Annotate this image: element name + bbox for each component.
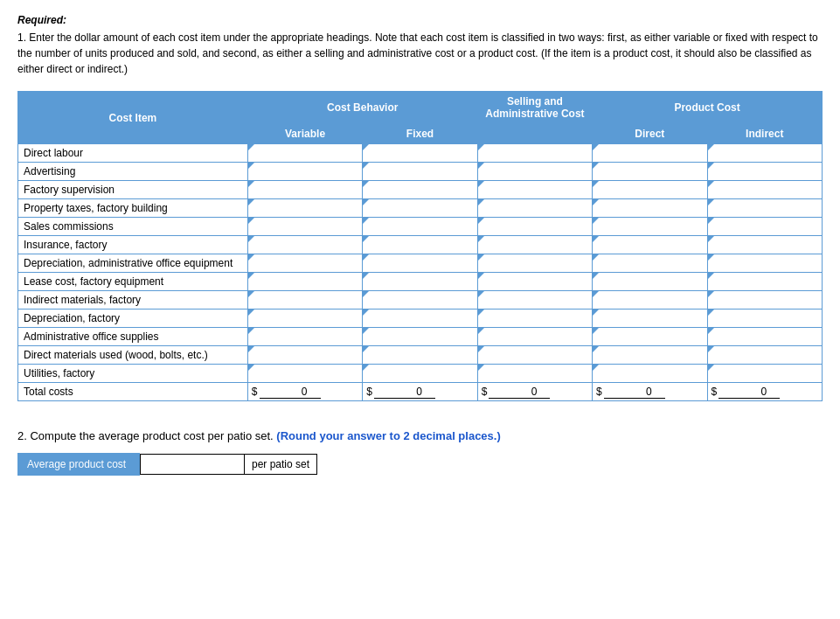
input-variable-row8[interactable] (252, 294, 358, 306)
input-fixed-row0[interactable] (366, 147, 473, 159)
input-selling-admin-row9[interactable] (482, 312, 588, 324)
input-fixed-row4[interactable] (366, 220, 473, 233)
input-selling-admin-row10[interactable] (482, 330, 588, 343)
input-variable-row0[interactable] (252, 147, 358, 159)
input-cell-selling-admin (477, 144, 592, 163)
instructions: 1. Enter the dollar amount of each cost … (17, 30, 823, 77)
input-indirect-row3[interactable] (712, 202, 818, 214)
cost-item-label: Depreciation, factory (18, 310, 248, 328)
input-fixed-row6[interactable] (366, 257, 473, 269)
input-indirect-row10[interactable] (712, 330, 818, 343)
input-indirect-row7[interactable] (712, 275, 818, 288)
input-fixed-row8[interactable] (366, 294, 473, 306)
input-direct-row12[interactable] (596, 367, 703, 379)
input-variable-row11[interactable] (252, 349, 358, 361)
total-variable-input[interactable] (260, 386, 321, 399)
input-fixed-row9[interactable] (366, 312, 473, 324)
input-direct-row4[interactable] (596, 220, 703, 233)
input-indirect-row6[interactable] (712, 257, 818, 269)
input-indirect-row8[interactable] (712, 294, 818, 306)
input-direct-row10[interactable] (596, 330, 703, 343)
total-fixed-currency: $ (366, 386, 372, 398)
input-indirect-row5[interactable] (712, 239, 818, 251)
input-selling-admin-row11[interactable] (482, 349, 588, 361)
cost-item-label: Direct materials used (wood, bolts, etc.… (18, 346, 248, 365)
input-variable-row3[interactable] (252, 202, 358, 214)
input-cell-fixed (363, 181, 477, 199)
input-selling-admin-row2[interactable] (482, 184, 588, 196)
avg-cost-label: Average product cost (17, 453, 140, 476)
input-cell-selling-admin (477, 346, 592, 365)
input-cell-variable (247, 163, 362, 181)
input-variable-row1[interactable] (252, 165, 358, 177)
input-indirect-row0[interactable] (712, 147, 818, 159)
total-indirect-input[interactable] (719, 386, 780, 399)
avg-cost-row: Average product cost per patio set (17, 453, 823, 476)
cost-item-label: Administrative office supplies (18, 328, 248, 346)
input-selling-admin-row1[interactable] (482, 165, 588, 177)
input-cell-fixed (363, 346, 477, 365)
col-header-indirect: Indirect (707, 124, 822, 144)
input-variable-row12[interactable] (252, 367, 358, 379)
input-fixed-row1[interactable] (366, 165, 473, 177)
input-cell-indirect (707, 291, 822, 310)
input-indirect-row2[interactable] (712, 184, 818, 196)
input-variable-row10[interactable] (252, 330, 358, 343)
input-cell-indirect (707, 181, 822, 199)
input-variable-row4[interactable] (252, 220, 358, 233)
input-variable-row5[interactable] (252, 239, 358, 251)
input-indirect-row4[interactable] (712, 220, 818, 233)
input-direct-row5[interactable] (596, 239, 703, 251)
input-indirect-row12[interactable] (712, 367, 818, 379)
total-row: Total costs $ $ $ (18, 383, 823, 401)
input-direct-row9[interactable] (596, 312, 703, 324)
input-fixed-row7[interactable] (366, 275, 473, 288)
input-indirect-row11[interactable] (712, 349, 818, 361)
input-cell-fixed (363, 291, 477, 310)
input-selling-admin-row5[interactable] (482, 239, 588, 251)
total-direct-input[interactable] (604, 386, 665, 399)
input-indirect-row9[interactable] (712, 312, 818, 324)
input-cell-indirect (707, 346, 822, 365)
input-direct-row3[interactable] (596, 202, 703, 214)
input-fixed-row10[interactable] (366, 330, 473, 343)
total-fixed-input[interactable] (374, 386, 435, 399)
total-selling-input[interactable] (489, 386, 550, 399)
input-direct-row6[interactable] (596, 257, 703, 269)
input-variable-row7[interactable] (252, 275, 358, 288)
input-cell-direct (593, 236, 707, 254)
input-fixed-row12[interactable] (366, 367, 473, 379)
input-variable-row6[interactable] (252, 257, 358, 269)
input-fixed-row2[interactable] (366, 184, 473, 196)
input-direct-row2[interactable] (596, 184, 703, 196)
input-selling-admin-row3[interactable] (482, 202, 588, 214)
input-indirect-row1[interactable] (712, 165, 818, 177)
input-selling-admin-row6[interactable] (482, 257, 588, 269)
input-variable-row2[interactable] (252, 184, 358, 196)
input-fixed-row5[interactable] (366, 239, 473, 251)
input-cell-direct (593, 181, 707, 199)
input-cell-variable (247, 346, 362, 365)
input-variable-row9[interactable] (252, 312, 358, 324)
input-selling-admin-row0[interactable] (482, 147, 588, 159)
input-fixed-row11[interactable] (366, 349, 473, 361)
input-direct-row0[interactable] (596, 147, 703, 159)
input-selling-admin-row4[interactable] (482, 220, 588, 233)
input-fixed-row3[interactable] (366, 202, 473, 214)
avg-cost-input[interactable] (140, 454, 245, 475)
input-cell-fixed (363, 365, 477, 383)
cost-item-label: Indirect materials, factory (18, 291, 248, 310)
input-selling-admin-row8[interactable] (482, 294, 588, 306)
input-selling-admin-row12[interactable] (482, 367, 588, 379)
total-variable-currency: $ (252, 386, 258, 398)
input-direct-row8[interactable] (596, 294, 703, 306)
input-selling-admin-row7[interactable] (482, 275, 588, 288)
section2-text: Compute the average product cost per pat… (30, 429, 273, 442)
total-fixed-cell: $ (363, 383, 477, 401)
input-direct-row1[interactable] (596, 165, 703, 177)
table-row: Indirect materials, factory (18, 291, 823, 310)
input-cell-direct (593, 199, 707, 218)
input-cell-selling-admin (477, 310, 592, 328)
input-direct-row11[interactable] (596, 349, 703, 361)
input-direct-row7[interactable] (596, 275, 703, 288)
